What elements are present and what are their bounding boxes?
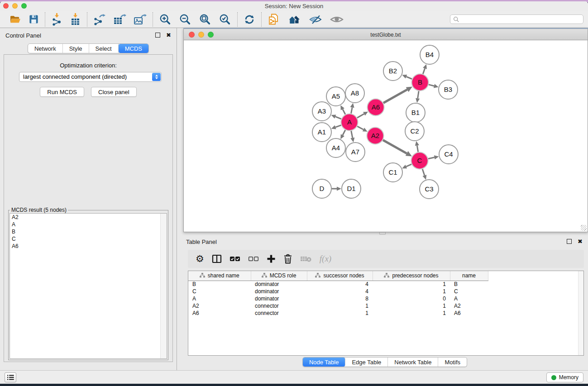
- search-input[interactable]: [459, 16, 580, 23]
- tab-style[interactable]: Style: [63, 44, 89, 53]
- tab-edge-table[interactable]: Edge Table: [345, 357, 388, 367]
- task-history-button[interactable]: [5, 372, 16, 382]
- table-cell[interactable]: A: [188, 295, 251, 302]
- table-cell[interactable]: dominator: [251, 281, 307, 288]
- tab-node-table[interactable]: Node Table: [303, 357, 346, 367]
- graph-edge[interactable]: [423, 68, 425, 74]
- column-header[interactable]: shared name: [188, 271, 251, 281]
- save-session-icon[interactable]: [29, 14, 39, 24]
- table-cell[interactable]: C: [188, 288, 251, 295]
- network-canvas[interactable]: B4B2BB3A5A8A6B1A3AA1C2A2A4A7C4CC1C3DD1: [183, 40, 588, 232]
- column-header[interactable]: MCDS role: [251, 271, 307, 281]
- tab-network[interactable]: Network: [28, 44, 63, 53]
- table-cell[interactable]: 1: [373, 310, 450, 317]
- copy-network-icon[interactable]: [268, 13, 280, 26]
- graph-edge[interactable]: [343, 130, 345, 135]
- table-cell[interactable]: C: [450, 288, 488, 295]
- resize-grip-icon[interactable]: [581, 225, 587, 231]
- delete-table-icon[interactable]: [300, 255, 312, 262]
- search-field[interactable]: [450, 14, 583, 24]
- table-cell[interactable]: 1: [373, 288, 450, 295]
- table-row[interactable]: A6connector11A6: [188, 310, 583, 317]
- graph-edge[interactable]: [335, 117, 341, 119]
- table-cell[interactable]: 1: [307, 302, 373, 310]
- tab-network-table[interactable]: Network Table: [388, 357, 438, 367]
- graph-edge[interactable]: [406, 164, 411, 167]
- table-cell[interactable]: A2: [188, 302, 251, 310]
- optimization-criterion-select[interactable]: largest connected component (directed): [19, 72, 162, 82]
- table-cell[interactable]: 0: [373, 295, 450, 302]
- table-cell[interactable]: 8: [307, 295, 373, 302]
- table-cell[interactable]: A: [450, 295, 488, 302]
- network-close-button[interactable]: [189, 32, 195, 38]
- table-scrollbar[interactable]: [578, 271, 583, 355]
- mcds-result-item[interactable]: B: [10, 228, 167, 235]
- tab-motifs[interactable]: Motifs: [438, 357, 467, 367]
- show-columns-icon[interactable]: [212, 254, 222, 263]
- graph-edge[interactable]: [357, 126, 363, 129]
- network-window-titlebar[interactable]: testGlobe.txt: [183, 29, 588, 40]
- graph-edge[interactable]: [343, 109, 345, 114]
- table-cell[interactable]: 1: [373, 302, 450, 310]
- run-mcds-button[interactable]: Run MCDS: [40, 87, 84, 97]
- graph-edge[interactable]: [406, 76, 412, 79]
- window-titlebar[interactable]: Session: New Session: [0, 1, 588, 11]
- table-cell[interactable]: 1: [373, 281, 450, 288]
- mcds-result-item[interactable]: A6: [10, 243, 167, 250]
- zoom-selected-icon[interactable]: [219, 13, 231, 26]
- column-header[interactable]: name: [450, 271, 488, 281]
- float-table-panel-icon[interactable]: [567, 239, 572, 244]
- close-table-panel-icon[interactable]: ✖: [578, 239, 583, 244]
- mcds-result-list[interactable]: A2ABCA6: [10, 213, 167, 359]
- delete-row-icon[interactable]: [283, 254, 292, 264]
- graph-edge[interactable]: [351, 131, 353, 138]
- table-row[interactable]: Adominator80A: [188, 295, 583, 302]
- table-cell[interactable]: A2: [450, 302, 488, 310]
- tab-mcds[interactable]: MCDS: [119, 44, 148, 53]
- table-cell[interactable]: dominator: [251, 295, 307, 302]
- table-settings-icon[interactable]: ⚙: [196, 254, 204, 263]
- network-minimize-button[interactable]: [198, 32, 204, 38]
- float-panel-icon[interactable]: [155, 33, 160, 38]
- column-header[interactable]: successor nodes: [307, 271, 373, 281]
- mcds-result-item[interactable]: C: [10, 235, 167, 243]
- add-row-icon[interactable]: [267, 254, 276, 263]
- table-cell[interactable]: A6: [450, 310, 488, 317]
- mcds-result-item[interactable]: A: [10, 221, 167, 228]
- table-cell[interactable]: connector: [251, 302, 307, 310]
- refresh-layout-icon[interactable]: [244, 14, 255, 25]
- export-image-icon[interactable]: [134, 14, 147, 25]
- zoom-window-button[interactable]: [21, 3, 27, 9]
- graph-edge[interactable]: [351, 107, 353, 113]
- home-icon[interactable]: [287, 14, 301, 25]
- table-cell[interactable]: B: [450, 281, 488, 288]
- memory-button[interactable]: Memory: [546, 372, 583, 382]
- table-cell[interactable]: B: [188, 281, 251, 288]
- close-window-button[interactable]: [3, 3, 9, 9]
- network-zoom-button[interactable]: [208, 32, 214, 38]
- graph-edge[interactable]: [357, 114, 364, 118]
- table-cell[interactable]: dominator: [251, 288, 307, 295]
- table-cell[interactable]: 1: [307, 310, 373, 317]
- table-cell[interactable]: connector: [251, 310, 307, 317]
- zoom-in-icon[interactable]: [159, 13, 172, 26]
- table-cell[interactable]: A6: [188, 310, 251, 317]
- graph-edge[interactable]: [418, 91, 419, 98]
- export-table-icon[interactable]: [113, 14, 126, 25]
- graph-edge[interactable]: [428, 157, 435, 159]
- result-scrollbar[interactable]: [160, 214, 167, 358]
- table-row[interactable]: Bdominator41B: [188, 281, 583, 288]
- node-table[interactable]: shared nameMCDS rolesuccessor nodesprede…: [188, 271, 584, 356]
- table-cell[interactable]: 4: [307, 288, 373, 295]
- zoom-fit-icon[interactable]: [199, 13, 211, 26]
- graph-edge[interactable]: [429, 85, 434, 86]
- close-panel-icon[interactable]: ✖: [166, 33, 171, 38]
- show-eye-icon[interactable]: [330, 14, 344, 24]
- graph-edge[interactable]: [417, 146, 418, 152]
- mcds-result-item[interactable]: A2: [10, 214, 167, 221]
- column-header[interactable]: predecessor nodes: [373, 271, 450, 281]
- open-session-icon[interactable]: [10, 14, 21, 25]
- zoom-out-icon[interactable]: [179, 13, 191, 26]
- close-panel-button[interactable]: Close panel: [91, 87, 137, 97]
- table-cell[interactable]: 4: [307, 281, 373, 288]
